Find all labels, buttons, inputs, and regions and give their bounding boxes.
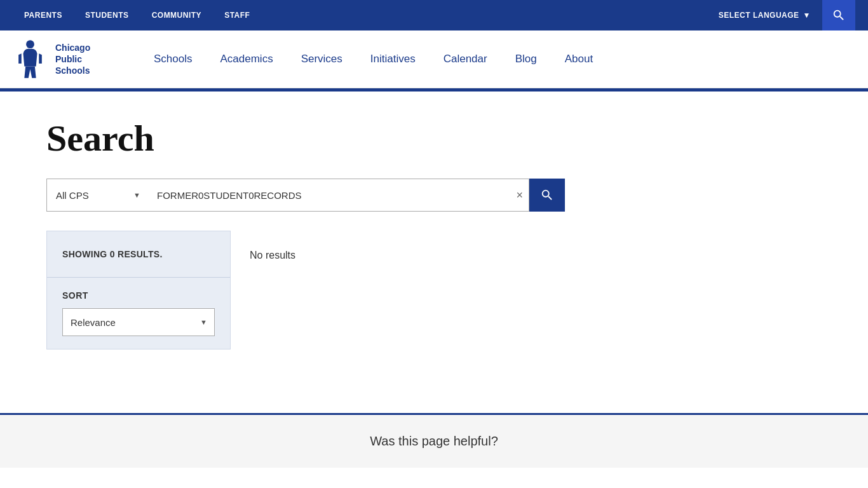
main-nav: Schools Academics Services Initiatives C… [140,40,855,78]
chevron-down-icon: ▼ [803,11,811,20]
nav-initiatives[interactable]: Initiatives [356,40,430,78]
footer-helpful-title: Was this page helpful? [19,434,849,449]
clear-search-button[interactable]: × [516,189,523,201]
main-content: Search All CPSSchoolsPagesDocuments × SH… [15,92,853,375]
results-layout: SHOWING 0 RESULTS. SORT RelevanceDate No… [46,231,822,349]
top-search-button[interactable] [822,0,855,30]
search-icon [832,8,846,22]
nav-about[interactable]: About [551,40,607,78]
nav-blog[interactable]: Blog [501,40,551,78]
site-header: Chicago Public Schools Schools Academics… [0,30,868,88]
footer-helpful-section: Was this page helpful? [0,413,868,468]
sort-label: SORT [62,290,215,301]
top-bar-right: SELECT LANGUAGE ▼ [707,0,855,30]
sort-select[interactable]: RelevanceDate [62,308,215,336]
top-nav-community[interactable]: COMMUNITY [140,0,214,30]
svg-point-0 [26,40,34,48]
search-submit-button[interactable] [529,179,565,212]
search-area: All CPSSchoolsPagesDocuments × [46,179,822,212]
top-nav-students[interactable]: STUDENTS [74,0,140,30]
top-bar-nav: PARENTS STUDENTS COMMUNITY STAFF [13,0,261,30]
cps-logo-graphic [13,37,48,81]
nav-calendar[interactable]: Calendar [430,40,501,78]
nav-schools[interactable]: Schools [140,40,206,78]
site-logo[interactable]: Chicago Public Schools [13,37,140,81]
no-results-message: No results [250,250,803,261]
top-nav-staff[interactable]: STAFF [213,0,261,30]
sort-section: SORT RelevanceDate [47,278,230,349]
search-submit-icon [540,188,554,202]
top-nav-parents[interactable]: PARENTS [13,0,74,30]
search-input[interactable] [148,179,529,212]
sort-select-wrapper: RelevanceDate [62,308,215,336]
nav-services[interactable]: Services [287,40,356,78]
language-label: SELECT LANGUAGE [719,11,799,20]
search-input-wrapper: × [148,179,529,212]
results-sidebar: SHOWING 0 RESULTS. SORT RelevanceDate [46,231,231,349]
page-title: Search [46,117,822,159]
search-filter-select[interactable]: All CPSSchoolsPagesDocuments [46,179,148,212]
language-selector[interactable]: SELECT LANGUAGE ▼ [707,0,822,30]
search-filter-wrapper: All CPSSchoolsPagesDocuments [46,179,148,212]
results-main: No results [231,231,822,280]
nav-academics[interactable]: Academics [206,40,287,78]
top-bar: PARENTS STUDENTS COMMUNITY STAFF SELECT … [0,0,868,30]
logo-text: Chicago Public Schools [55,42,90,77]
showing-count: SHOWING 0 RESULTS. [47,231,230,278]
